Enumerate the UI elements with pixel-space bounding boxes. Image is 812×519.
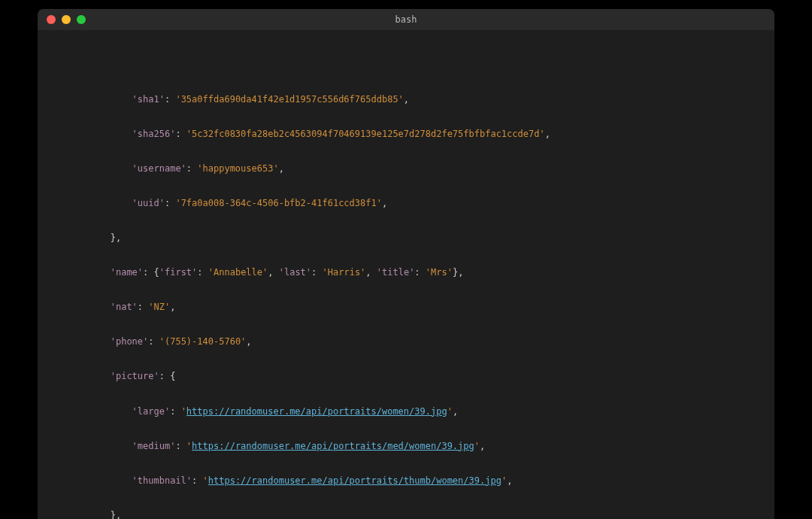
- terminal-window: bash 'sha1': '35a0ffda690da41f42e1d1957c…: [38, 9, 774, 519]
- code-output: 'sha1': '35a0ffda690da41f42e1d1957c556d6…: [45, 71, 767, 519]
- window-title: bash: [38, 14, 774, 25]
- terminal-body[interactable]: 'sha1': '35a0ffda690da41f42e1d1957c556d6…: [38, 30, 774, 519]
- close-icon[interactable]: [47, 15, 56, 24]
- traffic-lights: [47, 15, 86, 24]
- zoom-icon[interactable]: [77, 15, 86, 24]
- titlebar: bash: [38, 9, 774, 30]
- minimize-icon[interactable]: [62, 15, 71, 24]
